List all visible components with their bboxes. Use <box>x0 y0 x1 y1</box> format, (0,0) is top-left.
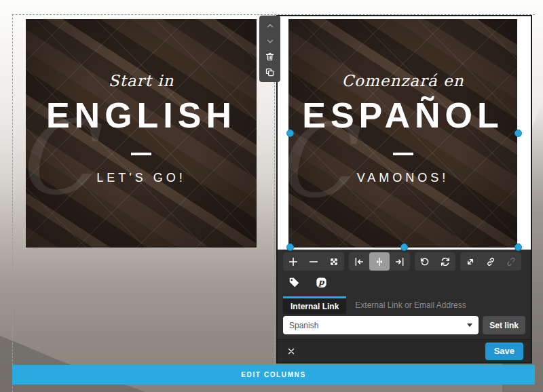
resize-free-button[interactable] <box>324 252 344 271</box>
set-link-button[interactable]: Set link <box>483 316 525 334</box>
element-toolbar <box>259 16 280 82</box>
rotate-left-button[interactable] <box>415 252 435 271</box>
image-script-line: Comenzará en <box>342 72 464 90</box>
align-icon-group <box>349 252 410 271</box>
image-divider <box>393 153 413 155</box>
cross-arrows-icon <box>329 256 339 267</box>
delete-button[interactable] <box>263 50 278 64</box>
tab-external-link[interactable]: External Link or Email Address <box>346 296 474 314</box>
plus-icon <box>288 256 299 267</box>
resize-diagonal-button[interactable] <box>460 252 481 271</box>
image-divider <box>131 153 151 155</box>
pinterest-button[interactable]: p <box>313 275 329 290</box>
zoom-out-button[interactable] <box>303 252 324 271</box>
edit-columns-label: EDIT COLUMNS <box>241 371 305 378</box>
chevron-down-icon <box>265 37 275 46</box>
align-left-icon <box>354 256 364 267</box>
duplicate-button[interactable] <box>263 66 278 79</box>
resize-handle-left[interactable] <box>286 130 294 137</box>
edit-columns-bar[interactable]: EDIT COLUMNS <box>12 365 535 385</box>
spanish-image-block[interactable]: C Comenzará en ESPAÑOL VAMONOS! <box>288 19 517 248</box>
image-editor-overlay: C Comenzará en ESPAÑOL VAMONOS! <box>276 15 532 364</box>
image-subtitle: VAMONOS! <box>357 171 449 185</box>
link-icon-group <box>460 252 521 271</box>
close-button[interactable] <box>285 345 297 357</box>
rotate-left-icon <box>419 256 430 267</box>
link-tabs: Internal Link External Link or Email Add… <box>283 296 525 314</box>
align-right-icon <box>394 256 405 267</box>
zoom-in-button[interactable] <box>283 252 303 271</box>
resize-handle-bottom[interactable] <box>400 243 408 251</box>
internal-link-select[interactable]: Spanish <box>283 316 479 334</box>
trash-icon <box>265 52 275 62</box>
duplicate-icon <box>265 67 275 77</box>
english-image-block[interactable]: C Start in ENGLISH LET'S GO! <box>26 19 257 248</box>
image-script-line: Start in <box>109 72 174 90</box>
resize-handle-right[interactable] <box>514 130 522 137</box>
align-left-button[interactable] <box>349 252 369 271</box>
image-tool-panel: p Internal Link External Link or Email A… <box>278 250 531 362</box>
resize-handle-bottom-left[interactable] <box>286 243 294 251</box>
tab-internal-link[interactable]: Internal Link <box>283 296 346 314</box>
link-icon <box>485 256 496 267</box>
move-down-button[interactable] <box>263 35 278 48</box>
image-title: ENGLISH <box>46 95 236 136</box>
selected-option: Spanish <box>289 321 318 330</box>
chevron-down-icon <box>467 324 472 327</box>
editor-canvas: C Start in ENGLISH LET'S GO! C Comenzará… <box>0 0 543 392</box>
rotate-right-button[interactable] <box>435 252 455 271</box>
move-up-button[interactable] <box>263 19 278 33</box>
link-button[interactable] <box>481 252 501 271</box>
image-subtitle: LET'S GO! <box>96 171 185 185</box>
zoom-icon-group <box>283 252 344 271</box>
diagonal-arrow-icon <box>465 256 476 267</box>
minus-icon <box>308 256 319 267</box>
image-title: ESPAÑOL <box>302 95 504 136</box>
tag-button[interactable] <box>286 275 302 290</box>
close-icon <box>287 347 295 355</box>
unlink-button <box>501 252 521 271</box>
align-center-icon <box>374 256 385 267</box>
refresh-icon <box>440 256 451 267</box>
pinterest-icon: p <box>315 276 328 289</box>
panel-footer: Save <box>278 339 531 362</box>
tag-icon <box>288 276 301 289</box>
svg-text:p: p <box>318 277 324 287</box>
rotate-icon-group <box>415 252 455 271</box>
align-center-button[interactable] <box>369 252 390 271</box>
align-right-button[interactable] <box>390 252 410 271</box>
chevron-up-icon <box>265 21 275 31</box>
save-button[interactable]: Save <box>485 342 523 360</box>
unlink-icon <box>506 256 517 267</box>
resize-handle-bottom-right[interactable] <box>514 243 522 251</box>
